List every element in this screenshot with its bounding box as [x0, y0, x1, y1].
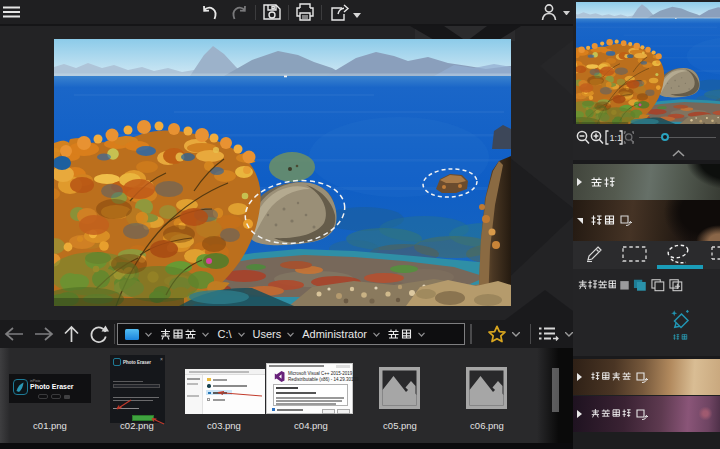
svg-text:1:1: 1:1	[610, 133, 623, 143]
